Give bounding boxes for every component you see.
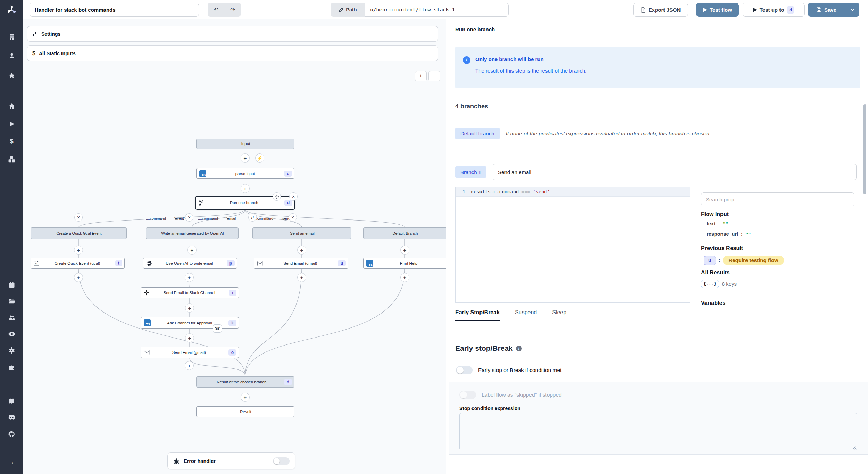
path-input[interactable]: [365, 3, 509, 17]
add-step-button[interactable]: +: [187, 246, 197, 255]
all-results-row[interactable]: {...} 8 keys: [701, 280, 737, 288]
error-handler-toggle[interactable]: [273, 457, 290, 465]
node-use-openai[interactable]: Use Open AI to write email p: [143, 258, 237, 269]
branch-1-summary-input[interactable]: [493, 164, 857, 180]
home-icon[interactable]: [0, 101, 23, 111]
docs-book-icon[interactable]: [0, 396, 23, 406]
variables-dollar-icon[interactable]: $: [0, 136, 23, 147]
branch-header-send-email[interactable]: Send an email: [252, 227, 351, 239]
node-print-help[interactable]: TS Print Help: [363, 258, 446, 269]
advanced-tabs: Early Stop/Break Suspend Sleep: [455, 309, 566, 321]
node-result[interactable]: Result: [196, 406, 294, 417]
zoom-in-button[interactable]: +: [415, 71, 427, 81]
predicate-code-editor[interactable]: 1 results.c.command === 'send': [455, 187, 690, 303]
add-step-button[interactable]: +: [241, 184, 250, 193]
github-icon[interactable]: [0, 429, 23, 439]
prop-picker: Flow Input text:"" response_url:"" Previ…: [698, 187, 860, 305]
node-branch-result[interactable]: Result of the chosen branch d: [196, 376, 294, 388]
prop-row-text[interactable]: text:"": [707, 221, 728, 226]
node-send-email-slack[interactable]: Send Email to Slack Channel r: [141, 287, 239, 298]
add-step-button[interactable]: +: [74, 273, 83, 282]
delete-branch-button[interactable]: ×: [74, 213, 83, 222]
add-step-button[interactable]: +: [297, 246, 306, 255]
folders-icon[interactable]: [0, 296, 23, 306]
stop-condition-textarea[interactable]: [459, 413, 857, 450]
info-icon[interactable]: i: [516, 346, 522, 351]
delete-branch-button[interactable]: ×: [185, 213, 193, 222]
save-split-button: Save: [808, 3, 859, 17]
openai-icon: [146, 260, 152, 266]
add-step-button[interactable]: +: [400, 273, 409, 282]
flow-title-input[interactable]: [30, 3, 199, 17]
flow-edges: [23, 19, 446, 474]
search-prop-input[interactable]: [701, 192, 854, 206]
node-create-quick-event[interactable]: 31 Create Quick Event (gcal) t: [31, 258, 125, 269]
test-up-to-step-badge: d: [787, 6, 794, 14]
panel-title: Run one branch: [455, 26, 495, 32]
windmill-logo[interactable]: [0, 0, 23, 19]
groups-users-icon[interactable]: [0, 313, 23, 323]
collapse-arrow-icon[interactable]: →: [0, 457, 23, 467]
runs-play-icon[interactable]: [0, 119, 23, 129]
settings-gear-icon[interactable]: [0, 345, 23, 356]
export-json-button[interactable]: Export JSON: [633, 3, 688, 17]
previous-result-row[interactable]: u : Require testing flow: [704, 256, 784, 265]
branch-header-gcal[interactable]: Create a Quick Gcal Event: [31, 227, 127, 239]
worker-puzzle-icon[interactable]: [0, 362, 23, 372]
add-step-button[interactable]: +: [185, 361, 194, 370]
path-edit-button[interactable]: Path: [331, 3, 365, 17]
branch-header-default[interactable]: Default Branch: [363, 227, 446, 239]
move-branch-button[interactable]: ⇄: [248, 213, 257, 222]
resources-cubes-icon[interactable]: [0, 154, 23, 164]
redo-button[interactable]: ↷: [224, 3, 241, 17]
add-step-button[interactable]: +: [185, 333, 194, 342]
advanced-settings-section: Early Stop/Break Suspend Sleep Early sto…: [449, 305, 868, 474]
prop-row-response-url[interactable]: response_url:"": [707, 231, 751, 237]
typescript-icon: TS: [199, 170, 206, 177]
add-step-button[interactable]: +: [297, 273, 306, 282]
early-stop-toggle[interactable]: [456, 366, 473, 374]
node-send-email-gmail[interactable]: Send Email (gmail) u: [254, 258, 348, 269]
add-step-button[interactable]: +: [74, 246, 83, 255]
node-parse-input[interactable]: TS parse input c: [196, 168, 294, 179]
all-static-inputs-button[interactable]: $ All Static Inputs: [27, 45, 438, 61]
path-label: Path: [346, 7, 357, 13]
delete-step-button[interactable]: ×: [289, 192, 298, 201]
undo-button[interactable]: ↶: [208, 3, 224, 17]
test-up-to-button[interactable]: Test up to d: [743, 3, 805, 17]
user-icon[interactable]: [0, 51, 23, 61]
add-step-button[interactable]: +: [400, 246, 409, 255]
panel-scrollbar[interactable]: [863, 104, 866, 194]
save-button[interactable]: Save: [808, 3, 845, 17]
star-icon[interactable]: [0, 70, 23, 81]
eye-icon[interactable]: [0, 329, 23, 339]
test-flow-button[interactable]: Test flow: [696, 3, 739, 17]
add-step-button[interactable]: +: [185, 303, 194, 313]
delete-branch-button[interactable]: ×: [289, 213, 297, 222]
error-handler-bar: Error handler: [167, 452, 295, 469]
schedules-calendar-icon[interactable]: [0, 280, 23, 290]
add-step-button[interactable]: +: [241, 153, 250, 163]
trigger-lightning-button[interactable]: ⚡: [255, 153, 264, 163]
node-input[interactable]: Input: [196, 139, 294, 149]
tab-suspend[interactable]: Suspend: [515, 309, 537, 321]
branch-header-openai[interactable]: Write an email generated by Open AI: [146, 227, 239, 239]
tab-sleep[interactable]: Sleep: [552, 309, 566, 321]
zoom-out-button[interactable]: −: [428, 71, 440, 81]
add-step-button[interactable]: +: [241, 393, 250, 402]
settings-button[interactable]: Settings: [27, 26, 438, 42]
code-line[interactable]: 1 results.c.command === 'send': [456, 187, 690, 197]
node-send-email-gmail-2[interactable]: Send Email (gmail) o: [141, 347, 239, 358]
flow-canvas[interactable]: Settings $ All Static Inputs + − Input +…: [23, 19, 446, 474]
suspend-phone-icon[interactable]: ☎: [213, 324, 222, 333]
label-skipped-toggle[interactable]: [459, 391, 476, 399]
step-id-badge: d: [284, 379, 292, 385]
move-step-button[interactable]: [273, 192, 281, 201]
tab-early-stop-break[interactable]: Early Stop/Break: [455, 309, 500, 321]
add-step-button[interactable]: +: [185, 273, 194, 282]
building-icon[interactable]: [0, 32, 23, 42]
save-dropdown-button[interactable]: [845, 3, 859, 17]
label-skipped-toggle-label: Label flow as "skipped" if stopped: [482, 392, 562, 398]
node-ask-channel-approval[interactable]: TS Ask Channel for Approval k: [141, 317, 239, 329]
discord-icon[interactable]: [0, 412, 23, 423]
